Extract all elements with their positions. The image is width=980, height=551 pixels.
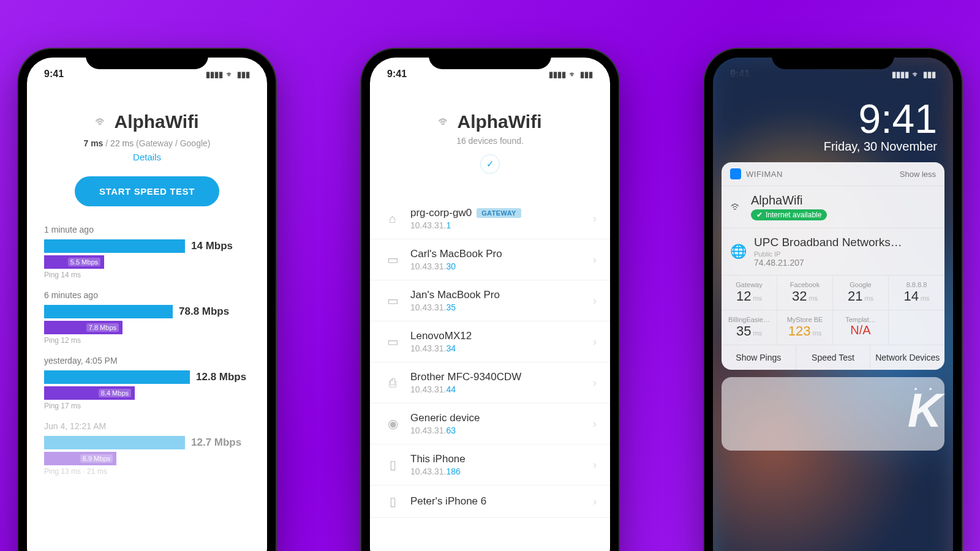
device-ip: 10.43.31.44 [410,384,593,394]
history-item[interactable]: 6 minutes ago78.8 Mbps7.8 MbpsPing 12 ms [44,290,250,345]
status-badge: ✔ Internet available [751,209,827,220]
ping-label: Facebook [780,281,830,288]
phone-icon: ▯ [383,457,402,472]
ping-note: Ping 13 ms · 21 ms [44,467,250,476]
check-icon: ✓ [480,154,500,174]
signal-icon: ▮▮▮▮ [549,70,566,79]
chevron-right-icon: › [593,294,597,307]
app-icon [730,168,741,179]
battery-icon: ▮▮▮ [923,70,936,79]
history-item[interactable]: yesterday, 4:05 PM12.8 Mbps8.4 MbpsPing … [44,356,250,410]
download-bar [44,436,185,449]
widget-action-button[interactable]: Show Pings [722,345,796,370]
phone-device-list: 9:41 ▮▮▮▮ ᯤ ▮▮▮ ᯤ AlphaWifi 16 devices f… [361,49,619,551]
network-title: ᯤ AlphaWifi [95,111,198,132]
ping-label: 8.8.8.8 [891,281,942,288]
upload-bar: 6.9 Mbps [44,452,116,465]
download-value: 14 Mbps [191,240,233,252]
device-ip: 10.43.31.1 [410,220,593,230]
phone-widget: 9:41 ▮▮▮▮ ᯤ ▮▮▮ 9:41 Friday, 30 November… [704,49,962,551]
status-icons: ▮▮▮▮ ᯤ ▮▮▮ [206,70,250,79]
start-speed-test-button[interactable]: START SPEED TEST [75,176,219,206]
battery-icon: ▮▮▮ [580,70,593,79]
ping-cell: Facebook32 ms [777,276,833,310]
devices-found-text: 16 devices found. [382,136,598,146]
device-row[interactable]: ▯This iPhone10.43.31.186› [370,444,610,485]
device-ip: 10.43.31.30 [410,261,593,271]
history-item[interactable]: Jun 4, 12:21 AM12.7 Mbps6.9 MbpsPing 13 … [44,421,250,476]
device-row[interactable]: ▯Peter's iPhone 6› [370,485,610,518]
status-icons: ▮▮▮▮ ᯤ ▮▮▮ [549,70,593,79]
ping-value: N/A [835,323,886,337]
latency-summary: 7 ms / 22 ms (Gateway / Google) [44,138,250,148]
show-less-button[interactable]: Show less [900,170,936,179]
widget-action-button[interactable]: Speed Test [796,345,871,370]
upload-value: 5.5 Mbps [68,258,100,266]
ping-grid: Gateway12 msFacebook32 msGoogle21 ms8.8.… [722,276,944,345]
phone-icon: ▯ [383,494,402,509]
history-item[interactable]: 1 minute ago14 Mbps5.5 MbpsPing 14 ms [44,225,250,279]
device-row[interactable]: ▭Jan's MacBook Pro10.43.31.35› [370,280,610,321]
ping-value: 32 ms [780,288,830,304]
lockscreen-time: 9:41 [722,96,944,142]
ping-note: Ping 12 ms [44,336,250,345]
ping-label: Google [835,281,886,288]
signal-icon: ▮▮▮▮ [892,70,909,79]
device-row[interactable]: ▭Carl's MacBook Pro10.43.31.30› [370,239,610,280]
lockscreen-date: Friday, 30 November [722,140,944,154]
battery-icon: ▮▮▮ [237,70,250,79]
download-bar [44,370,190,384]
public-ip-label: Public IP [754,250,902,258]
public-ip: 74.48.21.207 [754,258,902,268]
network-name: AlphaWifi [114,111,198,132]
details-link[interactable]: Details [133,152,161,162]
wifi-icon: ᯤ [226,70,234,79]
ping-cell: BillingEasie…35 ms [722,310,777,345]
ping-label: BillingEasie… [724,316,774,323]
widget-network-row[interactable]: ᯤ AlphaWifi ✔ Internet available [722,186,944,228]
chevron-right-icon: › [593,418,597,430]
upload-value: 6.9 Mbps [80,454,113,463]
chevron-right-icon: › [593,212,597,225]
printer-icon: ⎙ [383,376,402,390]
chevron-right-icon: › [593,253,597,266]
device-row[interactable]: ⌂prg-corp-gw0GATEWAY10.43.31.1› [370,198,610,239]
widget-action-button[interactable]: Network Devices [870,345,944,370]
widget-app-name: WIFIMAN [746,170,783,179]
status-icons: ▮▮▮▮ ᯤ ▮▮▮ [892,70,936,79]
device-name: This iPhone [410,453,466,465]
ping-label: Templat… [835,316,886,323]
notch [86,49,208,69]
widget-isp-row[interactable]: 🌐 UPC Broadband Networks… Public IP 74.4… [722,228,944,276]
device-row[interactable]: ◉Generic device10.43.31.63› [370,403,610,444]
device-name: Peter's iPhone 6 [410,495,486,508]
history-time: 1 minute ago [44,225,250,234]
widget-buttons: Show PingsSpeed TestNetwork Devices [722,345,944,370]
phone-speed-test: 9:41 ▮▮▮▮ ᯤ ▮▮▮ ᯤ AlphaWifi 7 ms / 22 ms… [18,49,276,551]
laptop-icon: ▭ [383,334,402,349]
ping-cell: Google21 ms [833,276,889,310]
history-time: 6 minutes ago [44,290,250,300]
ping-label: Gateway [724,281,774,288]
download-value: 78.8 Mbps [179,305,229,318]
wifi-icon: ᯤ [730,199,744,215]
globe-icon: 🌐 [730,244,747,260]
chevron-right-icon: › [593,335,597,348]
device-icon: ◉ [383,416,402,431]
ping-cell: Gateway12 ms [722,276,777,310]
device-row[interactable]: ▭LenovoMX1210.43.31.34› [370,321,610,362]
status-time: 9:41 [44,69,64,80]
laptop-icon: ▭ [383,252,402,267]
ping-label: MyStore BE [780,316,830,323]
ping-cell: MyStore BE123 ms [777,310,833,345]
device-ip: 10.43.31.35 [410,302,593,312]
k-logo-icon: K [908,383,940,438]
upload-bar: 7.8 Mbps [44,321,123,334]
device-list[interactable]: ⌂prg-corp-gw0GATEWAY10.43.31.1›▭Carl's M… [370,198,610,518]
router-icon: ⌂ [383,212,402,226]
wifi-icon: ᯤ [95,114,108,130]
network-name: AlphaWifi [457,111,541,132]
chevron-right-icon: › [593,495,597,508]
isp-name: UPC Broadband Networks… [754,236,902,249]
device-row[interactable]: ⎙Brother MFC-9340CDW10.43.31.44› [370,362,610,403]
